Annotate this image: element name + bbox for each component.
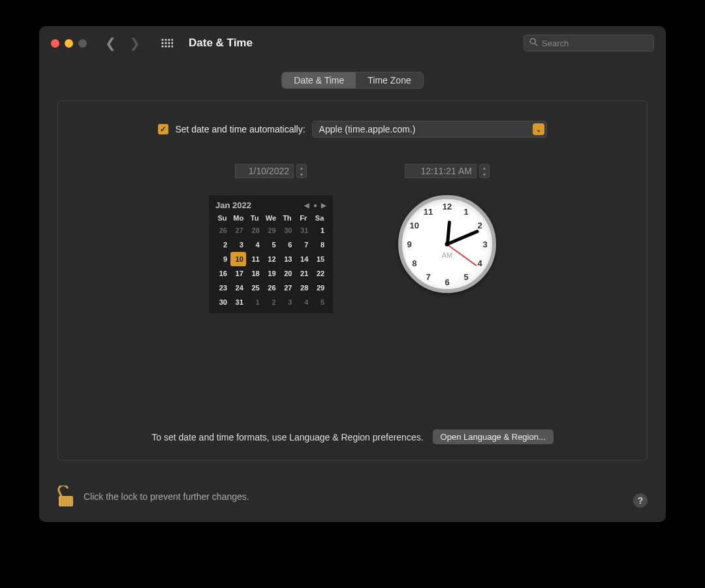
calendar-day[interactable]: 12	[263, 252, 279, 266]
calendar-day[interactable]: 6	[279, 238, 294, 252]
zoom-button[interactable]	[78, 39, 87, 48]
time-input[interactable]	[405, 164, 477, 178]
date-field[interactable]: ▲ ▼	[235, 164, 307, 178]
calendar-next-icon[interactable]: ▶	[321, 202, 326, 209]
calendar-day[interactable]: 10	[230, 252, 246, 266]
calendar-day[interactable]: 31	[295, 223, 311, 238]
calendar-day[interactable]: 23	[214, 281, 230, 295]
forward-button[interactable]: ❯	[129, 35, 140, 51]
clock-number: 11	[422, 206, 435, 216]
clock-number: 1	[460, 206, 473, 216]
calendar-day[interactable]: 28	[247, 223, 262, 238]
calendar-day[interactable]: 21	[295, 266, 311, 281]
tab-time-zone[interactable]: Time Zone	[356, 72, 422, 88]
date-input[interactable]	[235, 164, 294, 178]
calendar-day[interactable]: 30	[214, 295, 230, 309]
stepper-down-icon[interactable]: ▼	[297, 171, 306, 178]
calendar-day[interactable]: 13	[279, 252, 294, 266]
calendar-day[interactable]: 26	[214, 223, 230, 238]
clock-number: 9	[403, 240, 416, 249]
calendar-day[interactable]: 17	[230, 266, 246, 281]
calendar-dow: Tu	[247, 213, 263, 223]
date-stepper[interactable]: ▲ ▼	[296, 164, 307, 178]
calendar-day[interactable]: 7	[295, 238, 311, 252]
calendar-day[interactable]: 28	[295, 281, 311, 295]
tab-date-time[interactable]: Date & Time	[282, 72, 356, 88]
date-column: ▲ ▼ Jan 2022 ◀ ● ▶ Su	[209, 164, 333, 313]
calendar-day[interactable]: 16	[214, 266, 230, 281]
stepper-up-icon[interactable]: ▲	[297, 164, 306, 171]
time-server-field[interactable]: Apple (time.apple.com.) ⌄	[312, 121, 547, 138]
calendar-day[interactable]: 27	[230, 223, 246, 238]
calendar-day[interactable]: 25	[247, 281, 262, 295]
time-column: ▲ ▼ AM 121234567891011	[398, 164, 496, 313]
auto-checkbox[interactable]: ✓	[158, 124, 168, 134]
time-stepper[interactable]: ▲ ▼	[479, 164, 490, 178]
open-language-region-button[interactable]: Open Language & Region...	[433, 429, 554, 444]
stepper-up-icon[interactable]: ▲	[480, 164, 489, 171]
close-button[interactable]	[51, 39, 59, 48]
calendar-day[interactable]: 22	[311, 266, 327, 281]
calendar-prev-icon[interactable]: ◀	[304, 202, 309, 209]
auto-row: ✓ Set date and time automatically: Apple…	[158, 121, 546, 138]
search-icon	[529, 37, 538, 49]
time-field[interactable]: ▲ ▼	[405, 164, 490, 178]
calendar-day[interactable]: 31	[230, 295, 246, 309]
calendar-day[interactable]: 5	[311, 295, 327, 309]
tab-bar: Date & TimeTime Zone	[281, 72, 423, 89]
back-button[interactable]: ❮	[105, 35, 116, 51]
calendar-day[interactable]: 3	[279, 295, 294, 309]
calendar-dow: Mo	[230, 213, 247, 223]
svg-point-7	[171, 42, 173, 44]
calendar-day[interactable]: 4	[295, 295, 311, 309]
calendar-day[interactable]: 11	[247, 252, 262, 266]
show-all-icon[interactable]	[161, 39, 173, 48]
calendar-day[interactable]: 2	[263, 295, 279, 309]
calendar-day[interactable]: 26	[263, 281, 279, 295]
calendar-day[interactable]: 29	[263, 223, 279, 238]
svg-point-8	[161, 45, 163, 47]
titlebar: ❮ ❯ Date & Time	[39, 26, 666, 60]
calendar-day[interactable]: 4	[247, 238, 262, 252]
svg-point-12	[530, 39, 535, 44]
clock-number: 12	[441, 202, 454, 211]
help-button[interactable]: ?	[633, 493, 648, 508]
calendar-day[interactable]: 19	[263, 266, 279, 281]
time-server-value: Apple (time.apple.com.)	[319, 124, 416, 134]
calendar-day[interactable]: 9	[214, 252, 230, 266]
calendar-today-icon[interactable]: ●	[313, 202, 317, 209]
calendar-day[interactable]: 2	[214, 238, 230, 252]
search-input[interactable]	[542, 39, 651, 48]
calendar-day[interactable]: 5	[263, 238, 279, 252]
calendar-day[interactable]: 15	[311, 252, 327, 266]
calendar-day[interactable]: 27	[279, 281, 294, 295]
calendar-day[interactable]: 18	[247, 266, 262, 281]
calendar-day[interactable]: 14	[295, 252, 311, 266]
calendar-day[interactable]: 1	[311, 223, 327, 238]
auto-label: Set date and time automatically:	[175, 124, 305, 134]
calendar-day[interactable]: 3	[230, 238, 246, 252]
content: Date & TimeTime Zone ✓ Set date and time…	[39, 60, 666, 474]
minimize-button[interactable]	[65, 39, 73, 48]
clock-ampm-label: AM	[442, 251, 453, 259]
server-dropdown-button[interactable]: ⌄	[533, 123, 544, 135]
svg-point-1	[164, 39, 166, 40]
calendar-dow: We	[263, 213, 279, 223]
calendar-day[interactable]: 8	[311, 238, 327, 252]
calendar-day[interactable]: 30	[279, 223, 294, 238]
calendar-day[interactable]: 24	[230, 281, 246, 295]
stepper-down-icon[interactable]: ▼	[480, 171, 489, 178]
formats-row: To set date and time formats, use Langua…	[84, 416, 621, 444]
clock-number: 3	[478, 240, 492, 249]
clock-number: 2	[473, 221, 486, 230]
svg-point-11	[171, 45, 173, 47]
calendar[interactable]: Jan 2022 ◀ ● ▶ SuMoTuWeThFrSa26272829303…	[209, 195, 333, 313]
calendar-month-label: Jan 2022	[215, 200, 251, 210]
search-field[interactable]	[524, 35, 654, 52]
calendar-day[interactable]: 1	[247, 295, 262, 309]
calendar-day[interactable]: 20	[279, 266, 294, 281]
svg-rect-14	[59, 496, 73, 506]
lock-icon[interactable]	[57, 486, 74, 508]
calendar-day[interactable]: 29	[311, 281, 327, 295]
settings-panel: ✓ Set date and time automatically: Apple…	[57, 101, 648, 461]
